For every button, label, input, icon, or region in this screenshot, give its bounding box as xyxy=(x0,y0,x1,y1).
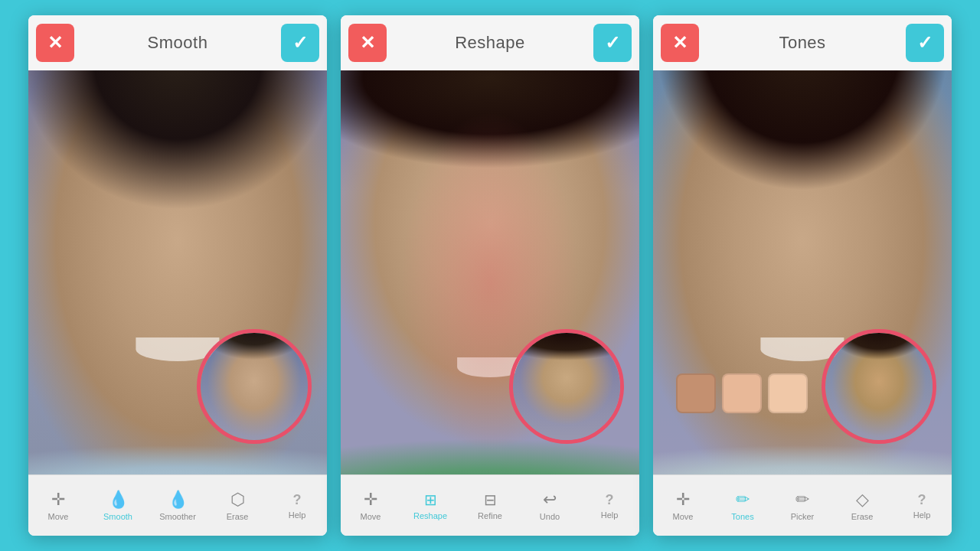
reshape-panel: ✕ Reshape ✓ ✛ Move ⊞ Reshape ⊟ Refine xyxy=(341,15,639,536)
tones-header: ✕ Tones ✓ xyxy=(653,15,952,70)
tones-toolbar: ✛ Move ✏ Tones ✏ Picker ◇ Erase ? Help xyxy=(653,474,952,536)
tones-tool-help[interactable]: ? Help xyxy=(901,492,943,520)
reshape-toolbar: ✛ Move ⊞ Reshape ⊟ Refine ↩ Undo ? Help xyxy=(341,474,639,536)
tones-thumb-hair xyxy=(825,333,933,386)
refine-label: Refine xyxy=(478,511,502,520)
undo-icon: ↩ xyxy=(543,490,557,510)
tones-icon: ✏ xyxy=(736,490,750,510)
undo-label: Undo xyxy=(540,512,560,521)
smooth-toolbar: ✛ Move 💧 Smooth 💧 Smoother ⬡ Erase ? Hel… xyxy=(28,474,327,536)
tones-hair xyxy=(653,70,952,292)
tones-move-label: Move xyxy=(673,512,694,521)
reshape-move-icon: ✛ xyxy=(364,490,377,510)
tones-photo-area[interactable] xyxy=(653,70,952,474)
tones-help-label: Help xyxy=(913,510,931,520)
reshape-confirm-button[interactable]: ✓ xyxy=(593,24,632,62)
smooth-hair xyxy=(28,70,327,292)
reshape-cancel-button[interactable]: ✕ xyxy=(348,24,387,62)
tones-tool-tones[interactable]: ✏ Tones xyxy=(722,490,764,521)
tones-move-icon: ✛ xyxy=(676,490,690,510)
reshape-tool-move[interactable]: ✛ Move xyxy=(350,490,392,521)
tones-thumb-face xyxy=(825,333,933,440)
smooth-icon: 💧 xyxy=(108,490,129,510)
reshape-thumbnail[interactable] xyxy=(509,329,624,444)
smooth-photo-area[interactable] xyxy=(28,70,327,474)
smoother-icon: 💧 xyxy=(168,490,188,510)
tones-label: Tones xyxy=(731,512,753,521)
reshape-tool-refine[interactable]: ⊟ Refine xyxy=(469,491,511,520)
reshape-title: Reshape xyxy=(455,33,525,53)
swatch-medium[interactable] xyxy=(722,373,762,413)
reshape-header: ✕ Reshape ✓ xyxy=(341,15,639,70)
tones-confirm-button[interactable]: ✓ xyxy=(906,24,944,62)
tones-tool-move[interactable]: ✛ Move xyxy=(662,490,704,521)
smooth-confirm-button[interactable]: ✓ xyxy=(281,24,319,62)
smooth-title: Smooth xyxy=(148,33,208,53)
smooth-tool-erase[interactable]: ⬡ Erase xyxy=(217,490,259,521)
tones-erase-label: Erase xyxy=(851,512,874,521)
picker-icon: ✏ xyxy=(795,490,809,510)
tones-thumbnail[interactable] xyxy=(822,329,936,444)
reshape-icon: ⊞ xyxy=(424,491,437,509)
move-label: Move xyxy=(48,512,69,521)
smooth-tool-smoother[interactable]: 💧 Smoother xyxy=(157,490,199,521)
swatch-light[interactable] xyxy=(768,373,808,413)
swatch-dark[interactable] xyxy=(676,373,716,413)
help-icon: ? xyxy=(293,492,302,508)
reshape-help-icon: ? xyxy=(606,492,614,508)
smooth-thumb-hair xyxy=(201,333,308,386)
reshape-tool-help[interactable]: ? Help xyxy=(589,492,631,520)
smooth-cancel-button[interactable]: ✕ xyxy=(36,24,74,62)
smoother-label: Smoother xyxy=(159,512,196,521)
reshape-help-label: Help xyxy=(601,510,619,520)
smooth-label: Smooth xyxy=(103,512,132,521)
tones-erase-icon: ◇ xyxy=(856,490,869,510)
tones-help-icon: ? xyxy=(918,492,926,508)
smooth-tool-move[interactable]: ✛ Move xyxy=(38,490,80,521)
refine-icon: ⊟ xyxy=(484,491,497,509)
reshape-label: Reshape xyxy=(413,511,447,520)
tone-swatches-container xyxy=(676,373,808,413)
smooth-thumb-face xyxy=(201,333,308,440)
erase-icon: ⬡ xyxy=(230,490,245,510)
tones-tool-erase[interactable]: ◇ Erase xyxy=(841,490,884,521)
erase-label: Erase xyxy=(227,512,249,521)
reshape-tool-reshape[interactable]: ⊞ Reshape xyxy=(410,491,452,520)
reshape-photo-area[interactable] xyxy=(341,70,639,474)
smooth-panel: ✕ Smooth ✓ ✛ Move 💧 Smooth 💧 Smoother xyxy=(28,15,327,536)
tones-title: Tones xyxy=(779,33,825,53)
picker-label: Picker xyxy=(791,512,815,521)
smooth-tool-smooth[interactable]: 💧 Smooth xyxy=(97,490,139,521)
reshape-move-label: Move xyxy=(361,512,381,521)
smooth-header: ✕ Smooth ✓ xyxy=(28,15,327,70)
help-label: Help xyxy=(289,510,306,520)
smooth-tool-help[interactable]: ? Help xyxy=(276,492,318,520)
reshape-tool-undo[interactable]: ↩ Undo xyxy=(529,490,571,521)
reshape-hair xyxy=(341,70,639,212)
reshape-thumb-face xyxy=(513,333,620,440)
move-icon: ✛ xyxy=(51,490,65,510)
tones-panel: ✕ Tones ✓ ✛ Move ✏ Tones ✏ xyxy=(653,15,952,536)
tones-cancel-button[interactable]: ✕ xyxy=(661,24,699,62)
smooth-thumbnail[interactable] xyxy=(197,329,312,444)
tones-tool-picker[interactable]: ✏ Picker xyxy=(782,490,824,521)
reshape-thumb-hair xyxy=(513,333,620,376)
